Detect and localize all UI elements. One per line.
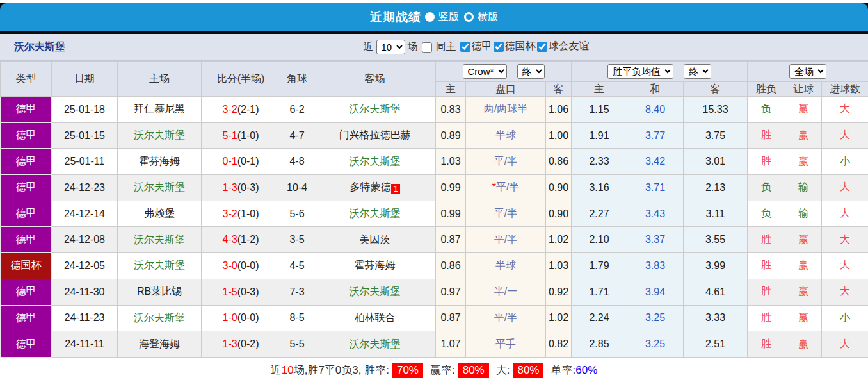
match-type-cell: 德甲 bbox=[1, 97, 52, 123]
match-date-cell: 25-01-18 bbox=[52, 97, 118, 123]
away-team-cell: 沃尔夫斯堡 bbox=[314, 331, 436, 358]
corners-cell: 5-5 bbox=[280, 331, 314, 358]
score-cell: 1-5(0-3) bbox=[202, 279, 280, 305]
handicap-result-cell: 赢 bbox=[785, 122, 822, 149]
header-avg-group: 胜平负均值 终 bbox=[572, 62, 748, 82]
match-type-cell: 德甲 bbox=[1, 122, 52, 149]
avg-away-cell: 3.75 bbox=[684, 122, 748, 149]
handicap-rate-label: 赢率: bbox=[430, 363, 455, 377]
score-cell: 5-1(1-0) bbox=[202, 122, 280, 149]
match-type-cell: 德甲 bbox=[1, 175, 52, 201]
subheader-avg-away: 客 bbox=[684, 82, 748, 97]
handicap-line-cell: 半球 bbox=[466, 122, 546, 149]
avg-select[interactable]: 胜平负均值 bbox=[607, 64, 673, 79]
result-cell: 胜 bbox=[748, 331, 785, 358]
score-cell: 1-3(0-3) bbox=[202, 175, 280, 201]
away-team-cell: 沃尔夫斯堡 bbox=[314, 279, 436, 305]
home-team-cell: 拜仁慕尼黑 bbox=[118, 97, 202, 123]
handicap-line-cell: 半/一 bbox=[466, 279, 546, 305]
page-title: 近期战绩 bbox=[370, 9, 421, 26]
table-row: 德甲 24-11-30 RB莱比锡 1-5(0-3) 7-3 沃尔夫斯堡 0.9… bbox=[1, 279, 868, 305]
avg-away-cell: 3.11 bbox=[684, 201, 748, 227]
handicap-line: 平/半 bbox=[494, 312, 517, 323]
handicap-away-odds-cell: 1.02 bbox=[546, 305, 572, 331]
handicap-line: 平/半 bbox=[494, 208, 517, 219]
handicap-away-odds-cell: 0.92 bbox=[546, 279, 572, 305]
header-home: 主场 bbox=[118, 62, 202, 97]
handicap-home-odds-cell: 0.86 bbox=[436, 253, 466, 279]
score-cell: 3-0(0-0) bbox=[202, 253, 280, 279]
goals-cell: 大 bbox=[822, 279, 868, 305]
bookmaker-time-select[interactable]: 终 bbox=[517, 64, 545, 79]
result-cell: 胜 bbox=[748, 227, 785, 253]
avg-home-cell: 1.15 bbox=[572, 97, 627, 123]
filter-bar: 沃尔夫斯堡 近 10 场 同主 德甲 德国杯 球会友谊 bbox=[0, 34, 868, 61]
home-team-cell: 沃尔夫斯堡 bbox=[118, 122, 202, 149]
summary-bar: 近10场,胜7平0负3, 胜率: 70% 赢率: 80% 大: 80% 单率:6… bbox=[0, 358, 868, 380]
handicap-result-cell: 赢 bbox=[785, 149, 822, 175]
table-row: 德国杯 24-12-05 沃尔夫斯堡 3-0(0-0) 4-5 霍芬海姆 0.8… bbox=[1, 253, 868, 279]
score-cell: 0-1(0-1) bbox=[202, 149, 280, 175]
subheader-avg-home: 主 bbox=[572, 82, 627, 97]
near-label: 近 bbox=[364, 40, 374, 54]
topbar-wrap: 近期战绩 竖版 横版 bbox=[0, 3, 868, 34]
full-time-score: 1-0 bbox=[223, 312, 237, 323]
away-team-name: 霍芬海姆 bbox=[355, 260, 396, 270]
competition-label: 德国杯 bbox=[505, 40, 536, 53]
header-handicap-group: Crow* 终 bbox=[436, 62, 572, 82]
subheader-avg-draw: 和 bbox=[627, 82, 684, 97]
score-cell: 1-3(0-2) bbox=[202, 331, 280, 358]
competition-checkbox[interactable] bbox=[494, 42, 504, 52]
subheader-result: 胜负 bbox=[748, 82, 785, 97]
match-type-cell: 德甲 bbox=[1, 201, 52, 227]
layout-radio-vertical[interactable]: 竖版 bbox=[425, 10, 459, 24]
header-away: 客场 bbox=[314, 62, 436, 97]
goals-cell: 小 bbox=[822, 149, 868, 175]
handicap-line: 平/半 bbox=[494, 234, 517, 245]
layout-radio-horizontal[interactable]: 横版 bbox=[464, 10, 498, 24]
match-type-cell: 德国杯 bbox=[1, 253, 52, 279]
handicap-away-odds-cell: 0.90 bbox=[546, 201, 572, 227]
competition-checkbox[interactable] bbox=[537, 42, 547, 52]
handicap-result-cell: 赢 bbox=[785, 331, 822, 358]
away-team-cell: 门兴格拉德巴赫 bbox=[314, 122, 436, 149]
away-team-cell: 沃尔夫斯堡 bbox=[314, 97, 436, 123]
big-rate-label: 大: bbox=[496, 363, 510, 377]
handicap-away-odds-cell: 1.00 bbox=[546, 122, 572, 149]
competition-filters: 德甲 德国杯 球会友谊 bbox=[459, 40, 590, 54]
away-team-name: 多特蒙德 bbox=[350, 181, 390, 192]
radio-selected-icon[interactable] bbox=[425, 12, 435, 22]
full-time-score: 4-3 bbox=[223, 234, 237, 245]
header-type: 类型 bbox=[1, 62, 52, 97]
away-team-name: 门兴格拉德巴赫 bbox=[339, 129, 411, 140]
same-home-checkbox[interactable] bbox=[422, 42, 432, 53]
subheader-handicap-line: 盘口 bbox=[466, 82, 546, 97]
match-date-cell: 24-11-11 bbox=[52, 331, 118, 358]
avg-time-select[interactable]: 终 bbox=[684, 64, 711, 79]
single-rate-value: 60% bbox=[575, 364, 597, 377]
match-count-select[interactable]: 10 bbox=[376, 40, 405, 54]
avg-away-cell: 3.01 bbox=[684, 149, 748, 175]
result-cell: 胜 bbox=[748, 279, 785, 305]
radio-vertical-label: 竖版 bbox=[438, 10, 459, 24]
competition-checkbox[interactable] bbox=[460, 42, 470, 52]
avg-home-cell: 1.79 bbox=[572, 253, 627, 279]
handicap-line: 半球 bbox=[495, 129, 516, 140]
handicap-line: 半球 bbox=[495, 260, 516, 270]
result-cell: 胜 bbox=[748, 122, 785, 149]
full-time-score: 3-2 bbox=[223, 208, 237, 219]
competition-filter-item: 球会友谊 bbox=[536, 40, 590, 53]
avg-home-cell: 3.16 bbox=[572, 175, 627, 201]
scope-select[interactable]: 全场 bbox=[789, 64, 826, 79]
avg-draw-cell: 3.77 bbox=[627, 122, 684, 149]
summary-record: 场,胜7平0负3, 胜率: bbox=[294, 363, 389, 377]
bookmaker-select[interactable]: Crow* bbox=[463, 64, 507, 79]
home-team-cell: 海登海姆 bbox=[118, 331, 202, 358]
half-time-score: (2-1) bbox=[237, 104, 259, 115]
handicap-home-odds-cell: 0.97 bbox=[436, 279, 466, 305]
radio-unselected-icon[interactable] bbox=[464, 12, 474, 22]
home-team-cell: RB莱比锡 bbox=[118, 279, 202, 305]
handicap-home-odds-cell: 0.87 bbox=[436, 227, 466, 253]
handicap-home-odds-cell: 0.99 bbox=[436, 201, 466, 227]
goals-cell: 大 bbox=[822, 331, 868, 358]
